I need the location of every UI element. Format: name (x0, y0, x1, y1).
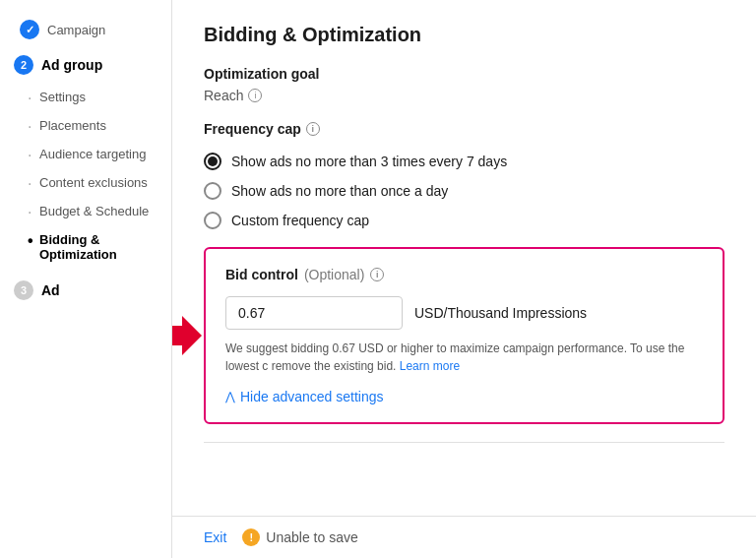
sidebar-item-label: Bidding & Optimization (39, 232, 117, 262)
radio-option-3[interactable]: Custom frequency cap (204, 212, 724, 229)
bid-unit: USD/Thousand Impressions (414, 305, 587, 321)
sidebar-item-label: Ad (41, 282, 60, 298)
radio-label-3: Custom frequency cap (231, 213, 369, 228)
bid-input[interactable] (225, 296, 403, 330)
frequency-cap-info-icon[interactable]: i (306, 122, 320, 136)
sidebar-item-label: Budget & Schedule (39, 204, 149, 218)
sidebar-item-label: Settings (39, 90, 86, 104)
bid-control-optional: (Optional) (304, 267, 364, 282)
bid-control-wrapper: Bid control (Optional) i USD/Thousand Im… (204, 247, 724, 424)
sidebar-item-label: Audience targeting (39, 147, 146, 161)
campaign-badge: ✓ (20, 20, 39, 39)
radio-circle-2[interactable] (204, 182, 221, 200)
bid-suggestion: We suggest bidding 0.67 USD or higher to… (225, 340, 703, 375)
radio-circle-1[interactable] (204, 153, 221, 170)
divider (204, 442, 724, 443)
arrow-shaft (172, 326, 182, 345)
sidebar: ✓ Campaign 2 Ad group Settings Placement… (0, 0, 172, 558)
optimization-goal-section: Optimization goal Reach i (204, 66, 724, 103)
radio-label-2: Show ads no more than once a day (231, 183, 448, 199)
bid-control-title: Bid control (Optional) i (225, 267, 703, 282)
exit-button[interactable]: Exit (204, 529, 226, 545)
learn-more-link[interactable]: Learn more (400, 359, 460, 373)
sidebar-item-label: Content exclusions (39, 175, 148, 190)
footer-bar: Exit ! Unable to save (172, 516, 756, 558)
sidebar-item-label: Ad group (41, 57, 102, 73)
bid-input-row: USD/Thousand Impressions (225, 296, 703, 330)
ad-badge: 3 (14, 280, 33, 300)
optimization-info-icon[interactable]: i (248, 89, 262, 102)
sidebar-item-ad-group[interactable]: 2 Ad group (0, 47, 171, 83)
warning-icon: ! (242, 528, 260, 546)
sidebar-item-budget-schedule[interactable]: Budget & Schedule (0, 197, 171, 225)
hide-advanced-chevron-icon: ⋀ (225, 390, 235, 403)
sidebar-item-campaign[interactable]: ✓ Campaign (0, 12, 171, 47)
warning-text: Unable to save (266, 529, 357, 545)
main-content: Bidding & Optimization Optimization goal… (172, 0, 756, 516)
radio-circle-3[interactable] (204, 212, 221, 229)
frequency-cap-section: Frequency cap i Show ads no more than 3 … (204, 121, 724, 229)
sidebar-item-label: Placements (39, 118, 106, 133)
radio-option-1[interactable]: Show ads no more than 3 times every 7 da… (204, 153, 724, 170)
sidebar-item-label: Campaign (47, 23, 105, 37)
frequency-cap-label: Frequency cap i (204, 121, 724, 137)
hide-advanced-link[interactable]: ⋀ Hide advanced settings (225, 389, 703, 404)
sidebar-item-settings[interactable]: Settings (0, 83, 171, 111)
warning-badge: ! Unable to save (242, 528, 357, 546)
sidebar-item-bidding-optimization[interactable]: Bidding & Optimization (0, 225, 171, 269)
bid-control-box: Bid control (Optional) i USD/Thousand Im… (204, 247, 724, 424)
radio-option-2[interactable]: Show ads no more than once a day (204, 182, 724, 200)
optimization-goal-value: Reach i (204, 88, 724, 103)
bid-control-info-icon[interactable]: i (370, 268, 384, 281)
red-arrow-container (172, 316, 202, 355)
optimization-goal-label: Optimization goal (204, 66, 724, 82)
sidebar-item-placements[interactable]: Placements (0, 111, 171, 140)
page-title: Bidding & Optimization (204, 24, 724, 46)
sidebar-item-ad[interactable]: 3 Ad (0, 273, 171, 308)
sidebar-item-audience-targeting[interactable]: Audience targeting (0, 140, 171, 168)
sidebar-item-content-exclusions[interactable]: Content exclusions (0, 168, 171, 197)
arrow-head (182, 316, 202, 355)
adgroup-badge: 2 (14, 55, 33, 75)
radio-label-1: Show ads no more than 3 times every 7 da… (231, 154, 507, 169)
